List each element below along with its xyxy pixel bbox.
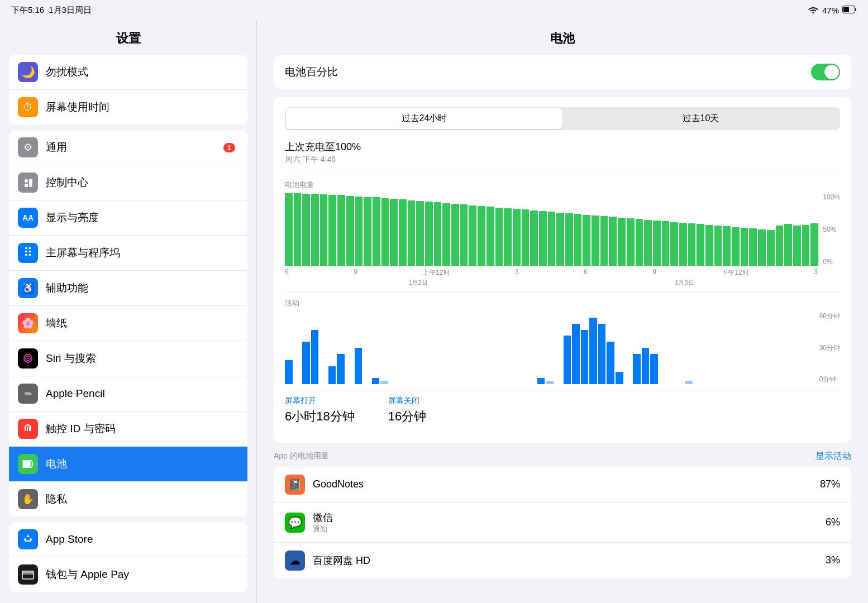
app-row-goodnotes[interactable]: 📓 GoodNotes 87%: [274, 467, 851, 503]
show-activity-btn[interactable]: 显示活动: [815, 451, 851, 462]
segment-control: 过去24小时 过去10天: [285, 107, 840, 130]
battery-percentage-toggle[interactable]: [811, 64, 840, 80]
activity-bar: [564, 336, 571, 384]
app-row-wechat[interactable]: 💬 微信 通知 6%: [274, 503, 851, 543]
wechat-sub: 通知: [313, 524, 826, 534]
battery-bar: [705, 225, 713, 266]
wechat-info: 微信 通知: [313, 511, 826, 534]
sidebar-item-appstore[interactable]: App Store: [9, 522, 247, 557]
wallet-icon: [18, 564, 38, 585]
svg-point-3: [25, 179, 28, 183]
battery-bar: [434, 202, 442, 265]
battery-bar: [381, 198, 389, 266]
activity-y-labels: 60分钟 30分钟 0分钟: [815, 312, 840, 384]
battery-bar: [592, 216, 599, 266]
screen-on-value: 6小时18分钟: [285, 408, 355, 425]
activity-bar: [285, 360, 293, 384]
sidebar-item-dnd[interactable]: 🌙 勿扰模式: [9, 55, 247, 90]
screen-off-value: 16分钟: [388, 408, 426, 425]
chart-divider-1: [285, 174, 840, 174]
sidebar-item-siri[interactable]: Siri 与搜索: [9, 341, 247, 376]
battery-percentage-card: 电池百分比: [274, 55, 851, 89]
sidebar-label-general: 通用: [46, 140, 223, 155]
x-label-6-1: 6: [285, 268, 289, 277]
sidebar-item-wallet[interactable]: 钱包与 Apple Pay: [9, 557, 247, 592]
baidu-info: 百度网盘 HD: [313, 554, 826, 567]
battery-date-labels: 1月2日 1月3日: [285, 279, 840, 287]
wallpaper-icon: 🌸: [18, 313, 38, 333]
activity-bar: [642, 348, 650, 384]
applepencil-icon: ✏: [18, 384, 38, 404]
privacy-icon: ✋: [18, 489, 38, 509]
battery-bar: [390, 199, 398, 266]
sidebar-item-control[interactable]: 控制中心: [9, 165, 247, 200]
battery-bar: [328, 195, 336, 265]
chart-divider-3: [285, 390, 840, 390]
app-row-baidu[interactable]: ☁ 百度网盘 HD 3%: [274, 543, 851, 578]
sidebar-label-touchid: 触控 ID 与密码: [46, 422, 239, 436]
sidebar-label-wallet: 钱包与 Apple Pay: [46, 567, 239, 582]
battery-bar: [793, 226, 801, 266]
sidebar-item-applepencil[interactable]: ✏ Apple Pencil: [9, 376, 247, 411]
time-display: 下午5:16: [11, 5, 44, 16]
main-layout: 设置 🌙 勿扰模式 ⏱ 屏幕使用时间 ⚙ 通用 1: [0, 20, 868, 603]
battery-bar: [627, 218, 635, 266]
goodnotes-icon: 📓: [285, 475, 305, 495]
sidebar-item-privacy[interactable]: ✋ 隐私: [9, 482, 247, 516]
sidebar-section-1: 🌙 勿扰模式 ⏱ 屏幕使用时间: [9, 55, 247, 125]
sidebar-item-wallpaper[interactable]: 🌸 墙纸: [9, 306, 247, 341]
y-label-50: 50%: [823, 226, 840, 233]
battery-bar: [741, 228, 748, 266]
sidebar-item-battery[interactable]: 电池: [9, 447, 247, 482]
activity-bar: [598, 324, 606, 384]
battery-bar: [697, 224, 704, 265]
wechat-percent: 6%: [826, 516, 840, 528]
battery-bar: [732, 227, 740, 266]
last-charge-time: 周六 下午 4:46: [285, 155, 840, 165]
battery-bar: [460, 204, 468, 265]
x-label-6-2: 6: [584, 268, 588, 277]
battery-percentage-row: 电池百分比: [285, 55, 840, 89]
sidebar-item-screentime[interactable]: ⏱ 屏幕使用时间: [9, 90, 247, 125]
x-label-3-1: 3: [515, 268, 519, 277]
goodnotes-name: GoodNotes: [313, 478, 820, 490]
segment-24h[interactable]: 过去24小时: [286, 108, 562, 129]
battery-bar: [530, 210, 538, 266]
home-icon: ⠿: [18, 243, 38, 263]
segment-10d[interactable]: 过去10天: [562, 108, 839, 129]
goodnotes-percent: 87%: [820, 478, 840, 490]
battery-bar: [346, 196, 354, 266]
sidebar-label-screentime: 屏幕使用时间: [46, 100, 239, 114]
battery-bar: [495, 208, 503, 266]
battery-bar: [679, 223, 687, 266]
battery-bar: [810, 223, 818, 265]
battery-bar: [574, 214, 582, 265]
sidebar-item-display[interactable]: AA 显示与亮度: [9, 200, 247, 236]
svg-point-6: [29, 184, 32, 187]
sidebar-label-applepencil: Apple Pencil: [46, 387, 239, 400]
sidebar-title: 设置: [0, 20, 256, 55]
battery-bar: [522, 209, 530, 265]
date-label-2: 1月3日: [675, 279, 694, 287]
act-y-0: 0分钟: [819, 375, 840, 384]
sidebar-label-wallpaper: 墙纸: [46, 316, 239, 331]
x-label-12pm: 下午12时: [721, 268, 748, 277]
baidu-icon: ☁: [285, 551, 305, 571]
x-label-9-1: 9: [354, 268, 357, 277]
activity-chart-label: 活动: [285, 298, 840, 308]
app-usage-header: App 的电池用量 显示活动: [274, 451, 851, 462]
sidebar-item-home[interactable]: ⠿ 主屏幕与程序坞: [9, 236, 247, 271]
x-label-12am: 上午12时: [422, 268, 450, 277]
screen-off-stat: 屏幕关闭 16分钟: [388, 396, 426, 425]
act-y-60: 60分钟: [819, 312, 840, 321]
sidebar-item-accessibility[interactable]: ♿ 辅助功能: [9, 271, 247, 306]
battery-bar: [355, 197, 363, 266]
appstore-icon: [18, 529, 38, 549]
battery-bar: [714, 226, 722, 266]
battery-x-labels: 6 9 上午12时 3 6 9 下午12时 3: [285, 268, 840, 277]
sidebar-section-2: ⚙ 通用 1 控制中心 AA 显示与亮度: [9, 130, 247, 516]
activity-bar: [311, 330, 319, 385]
sidebar-item-general[interactable]: ⚙ 通用 1: [9, 130, 247, 165]
battery-bar: [784, 224, 792, 265]
sidebar-item-touchid[interactable]: 触控 ID 与密码: [9, 411, 247, 447]
